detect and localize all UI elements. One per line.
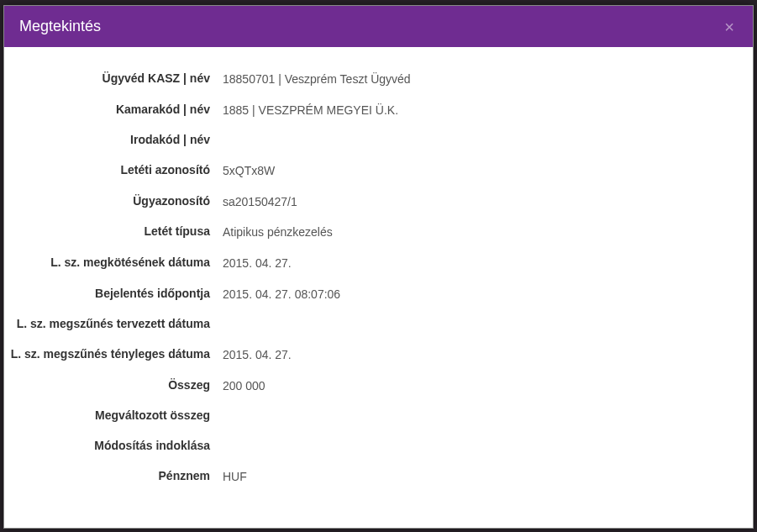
detail-row: L. sz. megkötésének dátuma 2015. 04. 27. xyxy=(4,248,753,279)
detail-row: Módosítás indoklása xyxy=(4,431,753,461)
field-value: 1885 | VESZPRÉM MEGYEI Ü.K. xyxy=(223,102,753,119)
field-value: 2015. 04. 27. xyxy=(223,346,753,364)
field-value: Atipikus pénzkezelés xyxy=(223,224,753,241)
detail-row: Megváltozott összeg xyxy=(4,401,753,431)
field-value xyxy=(223,132,753,133)
field-label: Letéti azonosító xyxy=(4,162,223,179)
field-label: Módosítás indoklása xyxy=(4,438,223,455)
detail-row: Letét típusa Atipikus pénzkezelés xyxy=(4,217,753,248)
field-value: 2015. 04. 27. xyxy=(223,255,753,272)
field-value xyxy=(223,316,753,317)
field-label: L. sz. megszűnés tényleges dátuma xyxy=(4,346,223,363)
field-label: Ügyazonosító xyxy=(4,193,223,210)
field-value: 18850701 | Veszprém Teszt Ügyvéd xyxy=(223,71,753,88)
field-value: 2015. 04. 27. 08:07:06 xyxy=(223,286,753,303)
field-label: L. sz. megkötésének dátuma xyxy=(4,255,223,271)
detail-row: Ügyazonosító sa20150427/1 xyxy=(4,187,753,218)
detail-row: Összeg 200 000 xyxy=(4,371,753,402)
close-icon[interactable]: × xyxy=(721,18,738,35)
field-label: Bejelentés időpontja xyxy=(4,286,223,303)
detail-row: Letéti azonosító 5xQTx8W xyxy=(4,155,753,187)
detail-row: L. sz. megszűnés tényleges dátuma 2015. … xyxy=(4,340,753,371)
field-label: Pénznem xyxy=(4,468,223,485)
field-label: Összeg xyxy=(4,377,223,394)
field-label: Letét típusa xyxy=(4,224,223,240)
field-label: L. sz. megszűnés tervezett dátuma xyxy=(4,316,223,333)
field-label: Ügyvéd KASZ | név xyxy=(4,71,223,87)
scroll-spacer xyxy=(4,492,753,528)
field-value xyxy=(223,438,753,439)
detail-row: Ügyvéd KASZ | név 18850701 | Veszprém Te… xyxy=(4,64,753,95)
field-label: Kamarakód | név xyxy=(4,102,223,119)
field-label: Irodakód | név xyxy=(4,132,223,149)
detail-row: Pénznem HUF xyxy=(4,461,753,492)
detail-row: L. sz. megszűnés tervezett dátuma xyxy=(4,309,753,340)
field-value: 200 000 xyxy=(223,377,753,395)
modal-body-wrapper: Ügyvéd KASZ | név 18850701 | Veszprém Te… xyxy=(4,47,753,528)
modal-title: Megtekintés xyxy=(19,18,101,35)
view-modal: Megtekintés × Ügyvéd KASZ | név 18850701… xyxy=(3,5,754,529)
field-value: 5xQTx8W xyxy=(223,162,753,180)
detail-row: Kamarakód | név 1885 | VESZPRÉM MEGYEI Ü… xyxy=(4,95,753,126)
modal-body[interactable]: Ügyvéd KASZ | név 18850701 | Veszprém Te… xyxy=(4,47,753,528)
field-value xyxy=(223,408,753,408)
field-value: sa20150427/1 xyxy=(223,193,753,211)
field-value: HUF xyxy=(223,468,753,486)
modal-header: Megtekintés × xyxy=(4,6,753,47)
detail-row: Bejelentés időpontja 2015. 04. 27. 08:07… xyxy=(4,279,753,310)
detail-row: Irodakód | név xyxy=(4,125,753,155)
field-label: Megváltozott összeg xyxy=(4,408,223,424)
